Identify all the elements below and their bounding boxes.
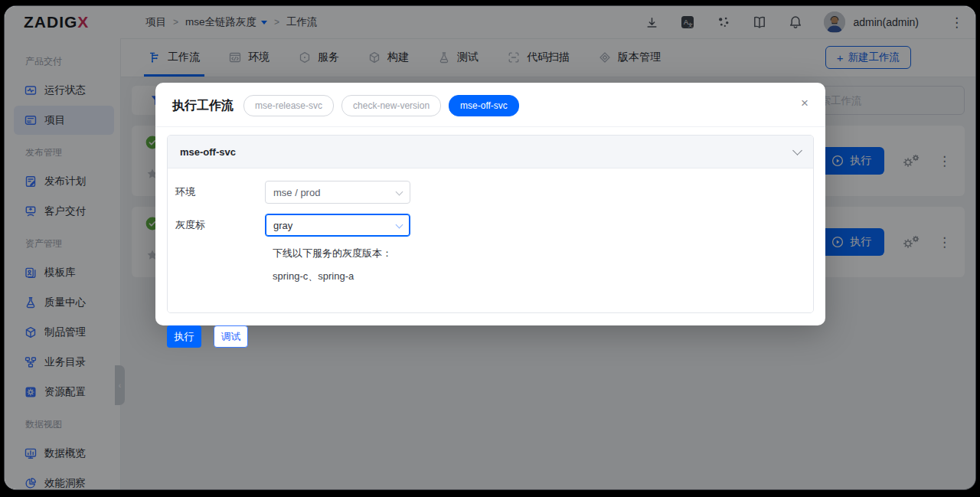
- env-field-row: 环境 mse / prod: [175, 181, 813, 204]
- offline-note-services: spring-c、spring-a: [273, 270, 813, 283]
- workflow-tag-list: mse-release-svc check-new-version mse-of…: [243, 95, 519, 116]
- close-icon[interactable]: ×: [801, 96, 808, 110]
- run-workflow-dialog: 执行工作流 mse-release-svc check-new-version …: [155, 83, 825, 325]
- env-select[interactable]: mse / prod: [265, 181, 410, 204]
- dialog-footer: 执行 调试: [155, 313, 825, 360]
- chevron-down-icon: [396, 188, 403, 195]
- panel-body: 环境 mse / prod 灰度标 gray: [168, 168, 813, 312]
- tag-mse-off-svc[interactable]: mse-off-svc: [449, 95, 519, 116]
- dialog-header: 执行工作流 mse-release-svc check-new-version …: [155, 83, 825, 127]
- debug-button[interactable]: 调试: [214, 325, 248, 348]
- env-select-value: mse / prod: [273, 187, 320, 198]
- app-window: ZADIGX 项目 > mse全链路灰度 > 工作流 A文: [5, 6, 975, 489]
- panel-title: mse-off-svc: [180, 146, 236, 158]
- chevron-down-icon: [792, 146, 802, 155]
- tag-check-new-version[interactable]: check-new-version: [341, 95, 441, 116]
- workflow-panel: mse-off-svc 环境 mse / prod 灰度标 gr: [167, 135, 814, 313]
- execute-button[interactable]: 执行: [167, 325, 201, 348]
- offline-note: 下线以下服务的灰度版本： spring-c、spring-a: [273, 247, 813, 283]
- panel-header[interactable]: mse-off-svc: [168, 136, 813, 168]
- chevron-down-icon: [396, 221, 403, 228]
- gray-tag-select[interactable]: gray: [265, 214, 410, 237]
- offline-note-title: 下线以下服务的灰度版本：: [273, 247, 813, 260]
- gray-tag-field-row: 灰度标 gray: [175, 214, 813, 237]
- env-field-label: 环境: [175, 185, 265, 199]
- dialog-title: 执行工作流: [172, 98, 234, 114]
- tag-mse-release-svc[interactable]: mse-release-svc: [243, 95, 334, 116]
- gray-tag-select-value: gray: [273, 220, 292, 231]
- dialog-body: mse-off-svc 环境 mse / prod 灰度标 gr: [155, 127, 825, 313]
- gray-tag-field-label: 灰度标: [175, 218, 265, 232]
